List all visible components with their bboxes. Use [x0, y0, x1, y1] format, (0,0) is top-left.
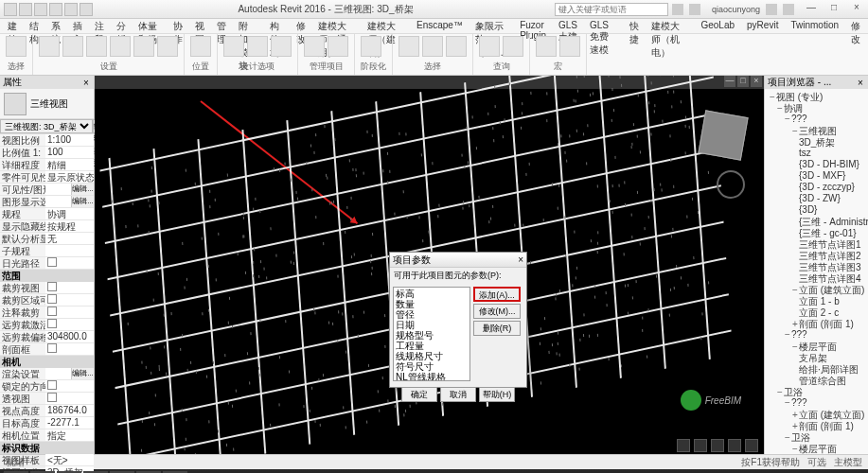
property-value[interactable]: 304800.0 [45, 331, 94, 342]
vp-max-icon[interactable]: □ [737, 76, 749, 87]
tree-node[interactable]: −卫浴 [767, 431, 866, 443]
vp-tool-icon[interactable] [711, 439, 724, 452]
tree-node[interactable]: 三维节点详图3 [767, 261, 866, 272]
property-value[interactable] [45, 343, 94, 355]
infocenter-icon[interactable] [672, 4, 683, 15]
checkbox[interactable] [47, 307, 57, 316]
modify-button[interactable]: 修改(M)... [473, 304, 521, 319]
tree-toggle-icon[interactable]: − [769, 92, 776, 102]
ribbon-tab[interactable]: Enscape™ [411, 19, 469, 33]
help-search-input[interactable] [555, 3, 668, 16]
tree-node[interactable]: tsz [767, 148, 866, 159]
ribbon-tab[interactable]: Twinmotion [785, 19, 844, 33]
property-value[interactable]: 1:100 [45, 134, 94, 146]
tree-node[interactable]: 管道综合图 [767, 375, 866, 386]
tree-toggle-icon[interactable]: − [791, 126, 799, 136]
checkbox[interactable] [47, 393, 57, 402]
ribbon-button-icon[interactable] [446, 36, 467, 57]
tree-node[interactable]: 三维节点详图2 [767, 250, 866, 261]
properties-type-selector[interactable]: 三维视图: 3D_桥架 [0, 119, 93, 133]
dialog-titlebar[interactable]: 项目参数 × [390, 253, 526, 268]
tree-toggle-icon[interactable]: − [784, 329, 791, 340]
qat-print-icon[interactable] [80, 3, 93, 16]
ok-button[interactable]: 确定 [401, 387, 437, 402]
list-item[interactable]: 管径 [394, 308, 469, 319]
add-button[interactable]: 添加(A)... [473, 287, 521, 302]
ribbon-tab[interactable]: 系统 [45, 19, 66, 33]
ribbon-tab[interactable]: GeoLab [695, 19, 740, 33]
ribbon-button-icon[interactable] [479, 36, 500, 57]
list-item[interactable]: NL管线规格 [394, 371, 469, 381]
tree-toggle-icon[interactable]: + [791, 421, 799, 431]
signin-icon[interactable] [689, 4, 700, 15]
list-item[interactable]: 符号尺寸 [394, 360, 469, 371]
qat-open-icon[interactable] [19, 3, 32, 16]
property-value[interactable] [45, 257, 94, 269]
qat-undo-icon[interactable] [49, 3, 62, 16]
property-value[interactable] [45, 282, 94, 293]
tree-node[interactable]: {三维 - gc-01} [767, 227, 866, 238]
ribbon-button-icon[interactable] [422, 36, 443, 57]
ribbon-tab[interactable]: 插入 [67, 19, 88, 33]
tree-toggle-icon[interactable]: − [776, 387, 784, 397]
list-item[interactable]: 线规格尺寸 [394, 350, 469, 360]
checkbox[interactable] [47, 343, 57, 353]
tree-node[interactable]: {3D - zcczyp} [767, 182, 866, 193]
tree-node[interactable]: −??? [767, 329, 866, 341]
checkbox[interactable] [47, 282, 57, 291]
tree-node[interactable]: −楼层平面 [767, 341, 866, 352]
property-edit-button[interactable]: 编辑... [71, 184, 94, 195]
tree-toggle-icon[interactable]: − [776, 103, 784, 114]
ribbon-button-icon[interactable] [399, 36, 419, 57]
help-button[interactable]: 帮助(H) [479, 387, 515, 402]
ribbon-button-icon[interactable] [328, 36, 348, 57]
ribbon-tab[interactable]: 建筑 [2, 19, 23, 33]
vp-close-icon[interactable]: × [751, 76, 762, 87]
property-value[interactable] [45, 380, 94, 392]
view-cube[interactable] [698, 110, 748, 160]
property-value[interactable] [45, 307, 94, 318]
tree-node[interactable]: +剖面 (剖面 1) [767, 420, 866, 431]
tree-toggle-icon[interactable]: + [791, 319, 799, 329]
tree-node[interactable]: −楼层平面 [767, 443, 866, 454]
ribbon-tab[interactable]: 协作 [168, 19, 188, 33]
ribbon-button-icon[interactable] [110, 36, 131, 57]
tree-toggle-icon[interactable]: − [784, 397, 791, 408]
ribbon-tab[interactable]: 分析 [111, 19, 132, 33]
qat-save-icon[interactable] [34, 3, 47, 16]
ribbon-tab[interactable]: 修改 [291, 19, 311, 33]
list-item[interactable]: 标高 [394, 288, 469, 298]
tree-toggle-icon[interactable]: − [784, 114, 791, 124]
ribbon-button-icon[interactable] [6, 36, 27, 57]
checkbox[interactable] [47, 294, 57, 304]
ribbon-button-icon[interactable] [157, 36, 178, 57]
tree-node[interactable]: 三维节点详图1 [767, 238, 866, 250]
browser-tree[interactable]: −视图 (专业)−协调−???−三维视图3D_桥架tsz{3D - DH-BIM… [765, 89, 868, 454]
help-icon[interactable] [783, 4, 794, 15]
ribbon-button-icon[interactable] [503, 36, 523, 57]
3d-viewport[interactable]: — □ × 项目参数 × 可用于此项目图元的参数(P): 标高数量管径日期规格型… [95, 76, 764, 454]
property-edit-button[interactable]: 编辑... [71, 368, 94, 379]
ribbon-tab[interactable]: GLS免费速模 [584, 19, 623, 33]
tree-toggle-icon[interactable]: + [791, 410, 799, 420]
tree-node[interactable]: −??? [767, 114, 866, 125]
tree-toggle-icon[interactable]: − [791, 285, 799, 295]
ribbon-tab[interactable]: 建模大师（机电） [646, 19, 694, 33]
list-item[interactable]: 规格型号 [394, 329, 469, 340]
list-item[interactable]: 工程量 [394, 340, 469, 350]
ribbon-button-icon[interactable] [304, 36, 325, 57]
property-value[interactable]: 186764.0 [45, 405, 94, 416]
properties-close-icon[interactable]: × [81, 78, 91, 88]
property-value[interactable] [45, 245, 94, 256]
ribbon-tab[interactable]: 快捷 [624, 19, 645, 33]
ribbon-tab[interactable]: 象限示范（建… [469, 19, 513, 33]
tree-node[interactable]: {3D - ZW} [767, 193, 866, 204]
tree-node[interactable]: +剖面 (剖面 1) [767, 318, 866, 329]
ribbon-tab[interactable]: 注释 [89, 19, 110, 33]
property-value[interactable]: 按规程 [45, 220, 94, 232]
vp-tool-icon[interactable] [677, 439, 690, 452]
property-value[interactable] [45, 196, 71, 207]
property-value[interactable]: <无> [45, 454, 94, 465]
checkbox[interactable] [47, 319, 57, 328]
property-value[interactable]: 协调 [45, 208, 94, 219]
